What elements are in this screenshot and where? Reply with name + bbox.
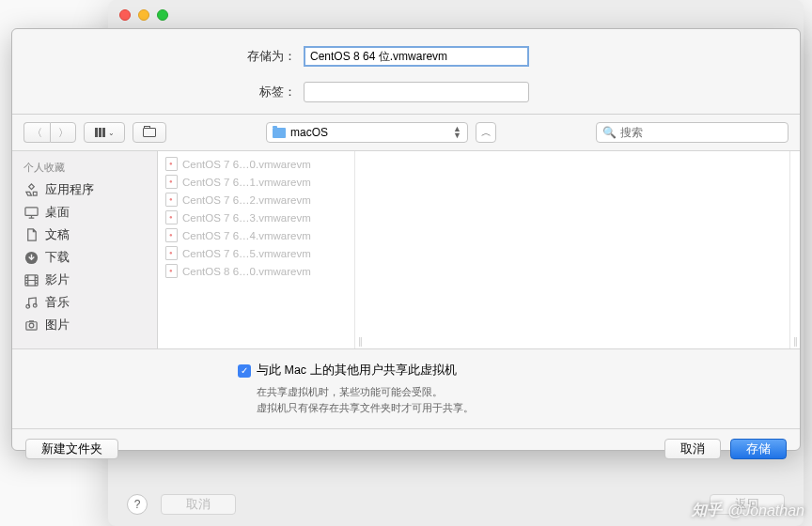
watermark: 知乎 @Jonathan [692,501,804,520]
cancel-button[interactable]: 取消 [664,439,721,459]
desktop-icon [23,205,39,220]
vm-file-icon [165,175,178,189]
help-button[interactable]: ? [127,494,148,515]
vm-file-icon [165,157,178,171]
view-mode-button[interactable]: ⌄ [84,122,125,143]
close-window-icon[interactable] [119,9,131,21]
sidebar-item-movies[interactable]: 影片 [12,269,157,291]
dialog-footer: 新建文件夹 取消 存储 [12,428,800,469]
search-field[interactable]: 🔍 [596,122,789,143]
nav-forward-button[interactable]: 〉 [50,122,76,143]
vm-file-icon [165,210,178,224]
sidebar-item-desktop[interactable]: 桌面 [12,201,157,224]
window-controls [108,0,804,30]
group-button[interactable] [133,122,166,143]
nav-back-button[interactable]: 〈 [23,122,50,143]
sidebar-item-music[interactable]: 音乐 [12,291,157,314]
search-icon: 🔍 [602,126,617,139]
svg-point-3 [25,304,29,308]
music-icon [23,295,39,310]
tags-label: 标签： [12,84,304,101]
file-browser: 个人收藏 应用程序 桌面 文稿 下载 影片 音乐 图片 CentOS 7 6…0… [12,151,800,348]
file-item[interactable]: CentOS 7 6…0.vmwarevm [158,155,354,173]
vm-file-icon [165,228,178,242]
save-as-label: 存储为： [12,48,304,65]
tags-input[interactable] [304,82,529,102]
updown-icon: ▲▼ [453,126,461,139]
folder-icon [143,128,156,137]
file-item[interactable]: CentOS 7 6…5.vmwarevm [158,244,354,262]
file-item[interactable]: CentOS 7 6…1.vmwarevm [158,173,354,191]
vm-file-icon [165,193,178,207]
watermark-author: @Jonathan [727,503,804,519]
folder-icon [273,128,286,138]
new-folder-button[interactable]: 新建文件夹 [25,439,118,459]
svg-point-6 [29,323,34,328]
column-resize-handle[interactable]: ‖ [790,336,800,348]
location-select[interactable]: macOS ▲▼ [266,122,468,143]
file-item[interactable]: CentOS 7 6…2.vmwarevm [158,191,354,209]
search-input[interactable] [620,126,782,139]
downloads-icon [23,250,39,265]
vm-file-icon [165,264,178,278]
share-section: ✓ 与此 Mac 上的其他用户共享此虚拟机 在共享虚拟机时，某些功能可能会受限。… [12,348,800,428]
sidebar: 个人收藏 应用程序 桌面 文稿 下载 影片 音乐 图片 [12,151,158,348]
column-resize-handle[interactable]: ‖ [355,336,365,348]
file-item[interactable]: CentOS 8 6…0.vmwarevm [158,262,354,280]
apps-icon [23,182,39,197]
documents-icon [23,227,39,242]
file-column-2 [365,151,790,348]
sidebar-item-documents[interactable]: 文稿 [12,224,157,246]
svg-point-4 [33,303,37,307]
zoom-window-icon[interactable] [157,9,168,21]
save-dialog: 存储为： 标签： 〈 〉 ⌄ macOS ▲▼ ︿ 🔍 [11,28,801,451]
share-checkbox[interactable]: ✓ [238,364,251,378]
share-hint-2: 虚拟机只有保存在共享文件夹时才可用于共享。 [257,400,800,416]
sidebar-item-pictures[interactable]: 图片 [12,314,157,336]
file-item[interactable]: CentOS 7 6…3.vmwarevm [158,209,354,226]
file-column-1: CentOS 7 6…0.vmwarevm CentOS 7 6…1.vmwar… [158,151,355,348]
share-hint-1: 在共享虚拟机时，某些功能可能会受限。 [257,384,800,400]
browser-toolbar: 〈 〉 ⌄ macOS ▲▼ ︿ 🔍 [12,115,800,151]
sidebar-item-apps[interactable]: 应用程序 [12,178,157,201]
pictures-icon [23,317,39,333]
save-as-input[interactable] [304,46,529,67]
save-button[interactable]: 存储 [730,439,787,459]
columns-icon [95,128,105,137]
zhihu-logo: 知乎 [692,501,722,520]
sidebar-item-downloads[interactable]: 下载 [12,246,157,269]
svg-rect-0 [24,207,37,214]
location-label: macOS [290,126,328,139]
minimize-window-icon[interactable] [138,9,149,21]
vm-file-icon [165,246,178,260]
movies-icon [23,272,39,287]
file-item[interactable]: CentOS 7 6…4.vmwarevm [158,226,354,244]
share-label: 与此 Mac 上的其他用户共享此虚拟机 [257,363,457,379]
enclosing-folder-button[interactable]: ︿ [476,122,496,143]
sidebar-header: 个人收藏 [12,157,157,178]
outer-cancel-button[interactable]: 取消 [161,494,236,515]
